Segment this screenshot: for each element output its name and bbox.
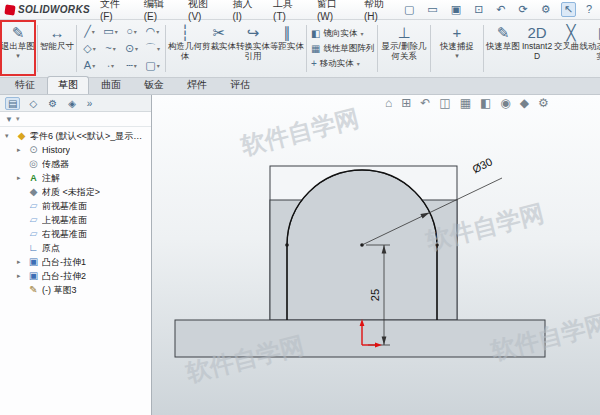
- zoom-area-icon[interactable]: ⊞: [401, 96, 411, 110]
- save-icon[interactable]: ▣: [448, 2, 464, 17]
- featuremanager-tab[interactable]: ▤: [5, 97, 20, 110]
- height-dimension-label[interactable]: 25: [369, 289, 381, 301]
- help-icon[interactable]: ?: [583, 2, 595, 17]
- watermark-text: 软件自学网: [237, 104, 361, 159]
- chevron-down-icon: ▾: [92, 62, 95, 69]
- filter-funnel-icon[interactable]: ▼: [5, 115, 13, 124]
- tree-item[interactable]: ▱ 前视基准面: [3, 199, 151, 213]
- propertymanager-tab[interactable]: ◇: [27, 98, 39, 109]
- solidworks-logo: SOLIDWORKS: [5, 4, 90, 15]
- tree-item[interactable]: ▸ ▣ 凸台-拉伸2: [3, 269, 151, 283]
- tool-icon: 2D: [527, 25, 546, 41]
- display-pane-expand[interactable]: »: [85, 98, 95, 109]
- material-icon: ◆: [28, 187, 39, 197]
- hide-show-icon[interactable]: ◉: [500, 96, 510, 110]
- trim-entities-button[interactable]: ✂ 剪裁实体: [202, 22, 236, 75]
- tree-item[interactable]: ▸ A 注解: [3, 171, 151, 185]
- ribbon-tab[interactable]: 钣金: [133, 76, 175, 94]
- chevron-down-icon[interactable]: ▾: [16, 115, 20, 123]
- appearance-icon[interactable]: ◆: [520, 96, 529, 110]
- smart-dimension-button[interactable]: ↔ 智能尺寸: [40, 22, 74, 75]
- tree-item[interactable]: ✎ (-) 草图3: [3, 283, 151, 297]
- tree-item[interactable]: ▸ ▣ 凸台-拉伸1: [3, 255, 151, 269]
- ribbon-tab[interactable]: 评估: [219, 76, 261, 94]
- chevron-down-icon: ▾: [111, 62, 114, 69]
- zoom-fit-icon[interactable]: ⌂: [385, 96, 392, 110]
- configurationmanager-tab[interactable]: ⚙: [46, 98, 59, 109]
- menu-item[interactable]: 视图(V): [188, 0, 220, 22]
- main-area: ▤ ◇ ⚙ ◈ » ▼ ▾ ▾ ◆ 零件6 (默认<<默认>_显示状态 1>): [0, 95, 600, 415]
- convert-entities-button[interactable]: ↪ 转换实体引用: [236, 22, 270, 75]
- ellipse-tool[interactable]: ⊙▾: [121, 40, 142, 57]
- previous-view-icon[interactable]: ↶: [420, 96, 430, 110]
- open-icon[interactable]: ▭: [424, 2, 440, 17]
- tree-item[interactable]: ◎ 传感器: [3, 157, 151, 171]
- menu-item[interactable]: 插入(I): [232, 0, 261, 22]
- tool-icon: ◧: [311, 28, 320, 39]
- ribbon-tab[interactable]: 曲面: [90, 76, 132, 94]
- menu-item[interactable]: 窗口(W): [317, 0, 352, 22]
- menu-item[interactable]: 帮助(H): [364, 0, 397, 22]
- offset-entities-button[interactable]: ∥ 等距实体: [270, 22, 304, 75]
- tree-root-item[interactable]: ▾ ◆ 零件6 (默认<<默认>_显示状态 1>): [3, 129, 151, 143]
- new-icon[interactable]: ▢: [401, 2, 417, 17]
- rebuild-icon[interactable]: ⟳: [516, 2, 531, 17]
- quick-snaps-icon: +: [453, 25, 462, 41]
- section-view-icon[interactable]: ◫: [439, 96, 450, 110]
- centerline-tool[interactable]: ┄▾: [121, 57, 142, 74]
- mirror-entities-button[interactable]: ◧ 镜向实体 ▾: [309, 27, 375, 41]
- menu-item[interactable]: 文件(F): [100, 0, 132, 22]
- construction-geometry-button[interactable]: ┆ 构造几何体: [168, 22, 202, 75]
- part-icon: ◆: [16, 131, 27, 141]
- ribbon-tab[interactable]: 焊件: [176, 76, 218, 94]
- instant2d-button[interactable]: 2D Instant2D: [520, 22, 554, 75]
- point-tool[interactable]: ∙▾: [100, 57, 121, 74]
- sketch-point[interactable]: [285, 243, 289, 247]
- feature-manager-panel: ▤ ◇ ⚙ ◈ » ▼ ▾ ▾ ◆ 零件6 (默认<<默认>_显示状态 1>): [0, 95, 152, 415]
- diameter-dimension-label[interactable]: Ø30: [470, 155, 494, 175]
- solidworks-logo-text: SOLIDWORKS: [18, 4, 90, 15]
- exit-sketch-button[interactable]: ✎ 退出草图 ▾: [1, 22, 35, 75]
- polygon-tool[interactable]: ◇▾: [79, 40, 100, 57]
- ribbon-tab[interactable]: 草图: [47, 76, 89, 94]
- tree-item[interactable]: ▱ 右视基准面: [3, 227, 151, 241]
- menu-item[interactable]: 编辑(E): [144, 0, 176, 22]
- view-orientation-icon[interactable]: ▦: [460, 96, 471, 110]
- rectangle-tool[interactable]: ▭▾: [100, 23, 121, 40]
- undo-icon[interactable]: ↶: [493, 2, 508, 17]
- print-icon[interactable]: ⊡: [471, 2, 486, 17]
- plane-icon: ▱: [28, 201, 39, 211]
- tree-filter-row: ▼ ▾: [0, 112, 151, 127]
- display-delete-relations-button[interactable]: ⊥ 显示/删除几何关系: [380, 22, 428, 75]
- ribbon-tab[interactable]: 特征: [4, 76, 46, 94]
- circle-tool[interactable]: ○▾: [121, 23, 142, 40]
- tree-item[interactable]: ◆ 材质 <未指定>: [3, 185, 151, 199]
- spline-tool[interactable]: ~▾: [100, 40, 121, 57]
- move-entities-button[interactable]: + 移动实体 ▾: [309, 57, 375, 71]
- rapid-sketch-button[interactable]: ✎ 快速草图: [486, 22, 520, 75]
- dynamic-mirror-button[interactable]: ◫ 动态镜向实体: [588, 22, 600, 75]
- options-icon[interactable]: ⚙: [538, 2, 554, 17]
- intersection-curve-button[interactable]: ╳ 交叉曲线: [554, 22, 588, 75]
- linear-sketch-pattern-button[interactable]: ▦ 线性草图阵列 ▾: [309, 42, 375, 56]
- quick-snaps-button[interactable]: + 快速捕捉 ▾: [433, 22, 481, 75]
- tree-item[interactable]: ▸ ⊙ History: [3, 143, 151, 157]
- chevron-down-icon: ▾: [92, 28, 95, 35]
- menu-item[interactable]: 工具(T): [273, 0, 305, 22]
- collapse-caret-icon[interactable]: ▾: [5, 132, 13, 140]
- dimxpert-tab[interactable]: ◈: [66, 98, 78, 109]
- tree-item[interactable]: ∟ 原点: [3, 241, 151, 255]
- ribbon-toolbar: ✎ 退出草图 ▾ ↔ 智能尺寸 ╱▾ ▭▾ ○▾ ◠▾: [0, 20, 600, 78]
- ribbon-tab-bar: 特征 草图 曲面 钣金 焊件 评估: [0, 78, 600, 95]
- line-tool[interactable]: ╱▾: [79, 23, 100, 40]
- chevron-down-icon: ▾: [156, 28, 159, 35]
- display-style-icon[interactable]: ◧: [480, 96, 491, 110]
- scene-icon[interactable]: ⚙: [538, 96, 549, 110]
- select-tool-icon[interactable]: ↖: [561, 2, 576, 17]
- tree-item[interactable]: ▱ 上视基准面: [3, 213, 151, 227]
- graphics-viewport[interactable]: ⌂ ⊞ ↶ ◫ ▦ ◧ ◉ ◆ ⚙: [152, 95, 600, 415]
- fillet-tool[interactable]: ⌒▾: [142, 40, 163, 57]
- arc-tool[interactable]: ◠▾: [142, 23, 163, 40]
- slot-tool[interactable]: ▢▾: [142, 57, 163, 74]
- text-tool[interactable]: A▾: [79, 57, 100, 74]
